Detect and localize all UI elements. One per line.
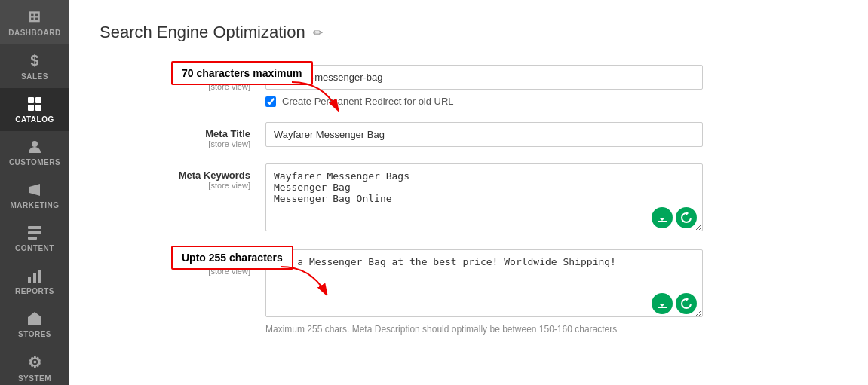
sidebar: ⊞ DASHBOARD $ SALES CATALOG CUSTOMERS MA… bbox=[0, 0, 69, 385]
meta-keywords-row: Meta Keywords [store view] Wayfarer Mess… bbox=[100, 163, 838, 234]
sidebar-label-dashboard: DASHBOARD bbox=[8, 29, 61, 37]
marketing-icon bbox=[26, 182, 43, 198]
meta-description-refresh-btn[interactable] bbox=[676, 293, 697, 314]
meta-title-label: Meta Title bbox=[100, 128, 250, 139]
svg-rect-9 bbox=[33, 273, 36, 283]
section-divider bbox=[100, 350, 838, 350]
sidebar-label-customers: CUSTOMERS bbox=[9, 158, 60, 167]
system-icon: ⚙ bbox=[28, 353, 42, 371]
meta-title-sub: [store view] bbox=[100, 139, 250, 148]
dashboard-icon: ⊞ bbox=[28, 8, 41, 26]
seo-form: 70 characters maximum URL Key [store vie… bbox=[100, 65, 838, 350]
redirect-checkbox[interactable] bbox=[265, 96, 276, 107]
svg-rect-5 bbox=[28, 226, 41, 229]
page-title: Search Engine Optimization bbox=[100, 23, 305, 42]
meta-description-hint: Maximum 255 chars. Meta Description shou… bbox=[265, 324, 703, 335]
sales-icon: $ bbox=[30, 52, 39, 69]
sidebar-item-system[interactable]: ⚙ SYSTEM bbox=[0, 346, 69, 385]
svg-rect-6 bbox=[28, 231, 41, 234]
page-header: Search Engine Optimization ✏ bbox=[100, 23, 838, 42]
catalog-icon bbox=[26, 96, 43, 112]
meta-description-action-icons bbox=[652, 293, 697, 314]
meta-keywords-refresh-btn[interactable] bbox=[676, 207, 697, 228]
svg-point-4 bbox=[32, 141, 38, 147]
meta-keywords-label-group: Meta Keywords [store view] bbox=[100, 163, 265, 190]
sidebar-label-catalog: CATALOG bbox=[15, 115, 54, 124]
sidebar-item-reports[interactable]: REPORTS bbox=[0, 260, 69, 303]
sidebar-label-sales: SALES bbox=[21, 72, 48, 81]
meta-description-row: Upto 255 characters Meta Description [st… bbox=[100, 249, 838, 335]
svg-rect-0 bbox=[28, 97, 34, 103]
customers-icon bbox=[26, 139, 43, 155]
sidebar-item-catalog[interactable]: CATALOG bbox=[0, 88, 69, 131]
svg-rect-7 bbox=[28, 237, 37, 240]
annotation-arrow-70 bbox=[284, 78, 345, 116]
svg-rect-11 bbox=[32, 320, 37, 325]
sidebar-item-stores[interactable]: STORES bbox=[0, 303, 69, 346]
sidebar-label-reports: REPORTS bbox=[15, 287, 54, 295]
meta-title-input[interactable] bbox=[265, 122, 703, 147]
meta-title-label-group: Meta Title [store view] bbox=[100, 122, 265, 148]
edit-icon[interactable]: ✏ bbox=[313, 26, 323, 40]
meta-keywords-textarea[interactable]: Wayfarer Messenger Bags Messenger Bag Me… bbox=[265, 163, 703, 231]
sidebar-item-sales[interactable]: $ SALES bbox=[0, 44, 69, 88]
meta-keywords-field-wrap: Wayfarer Messenger Bags Messenger Bag Me… bbox=[265, 163, 703, 234]
svg-rect-1 bbox=[35, 97, 41, 103]
meta-title-field-wrap bbox=[265, 122, 703, 147]
content-icon bbox=[26, 225, 43, 241]
meta-title-row: Meta Title [store view] bbox=[100, 122, 838, 148]
meta-description-download-btn[interactable] bbox=[652, 293, 673, 314]
sidebar-label-marketing: MARKETING bbox=[10, 201, 59, 209]
sidebar-label-stores: STORES bbox=[18, 330, 51, 338]
annotation-arrow-255 bbox=[273, 263, 333, 301]
reports-icon bbox=[26, 267, 43, 284]
svg-rect-3 bbox=[35, 105, 41, 111]
stores-icon bbox=[26, 310, 43, 327]
meta-keywords-sub: [store view] bbox=[100, 181, 250, 190]
meta-keywords-textarea-wrap: Wayfarer Messenger Bags Messenger Bag Me… bbox=[265, 163, 703, 234]
sidebar-item-dashboard[interactable]: ⊞ DASHBOARD bbox=[0, 0, 69, 44]
svg-rect-10 bbox=[38, 270, 41, 283]
sidebar-label-content: CONTENT bbox=[15, 244, 54, 252]
sidebar-item-marketing[interactable]: MARKETING bbox=[0, 174, 69, 217]
main-content: Search Engine Optimization ✏ 70 characte… bbox=[69, 0, 868, 385]
meta-keywords-label: Meta Keywords bbox=[100, 170, 250, 181]
meta-keywords-action-icons bbox=[652, 207, 697, 228]
sidebar-item-content[interactable]: CONTENT bbox=[0, 217, 69, 260]
svg-rect-2 bbox=[28, 105, 34, 111]
svg-rect-8 bbox=[28, 277, 31, 283]
meta-keywords-download-btn[interactable] bbox=[652, 207, 673, 228]
sidebar-label-system: SYSTEM bbox=[18, 374, 51, 383]
sidebar-item-customers[interactable]: CUSTOMERS bbox=[0, 131, 69, 174]
url-key-row: 70 characters maximum URL Key [store vie… bbox=[100, 65, 838, 107]
